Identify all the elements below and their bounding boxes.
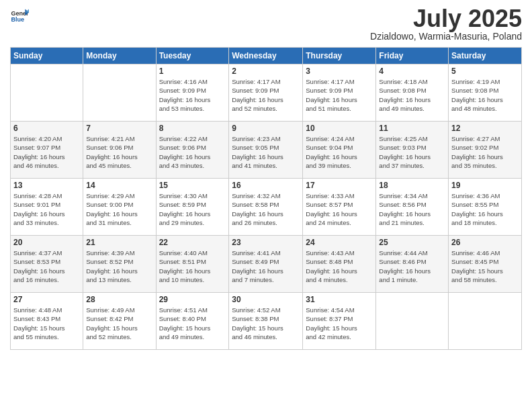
day-number: 5: [451, 66, 519, 76]
day-info: Sunrise: 4:33 AM Sunset: 8:57 PM Dayligh…: [306, 191, 373, 227]
day-number: 25: [379, 238, 445, 247]
calendar-week-row: 6Sunrise: 4:20 AM Sunset: 9:07 PM Daylig…: [11, 122, 522, 179]
day-info: Sunrise: 4:43 AM Sunset: 8:48 PM Dayligh…: [306, 248, 373, 284]
logo: General Blue: [10, 7, 32, 26]
day-info: Sunrise: 4:18 AM Sunset: 9:08 PM Dayligh…: [379, 77, 445, 113]
day-info: Sunrise: 4:17 AM Sunset: 9:09 PM Dayligh…: [306, 77, 373, 113]
calendar-cell: 13Sunrise: 4:28 AM Sunset: 9:01 PM Dayli…: [11, 179, 83, 236]
calendar-header-row: Sunday Monday Tuesday Wednesday Thursday…: [11, 48, 522, 64]
day-info: Sunrise: 4:30 AM Sunset: 8:59 PM Dayligh…: [159, 191, 226, 227]
calendar-cell: 21Sunrise: 4:39 AM Sunset: 8:52 PM Dayli…: [83, 236, 156, 293]
calendar-cell: 30Sunrise: 4:52 AM Sunset: 8:38 PM Dayli…: [229, 293, 303, 350]
col-friday: Friday: [376, 48, 449, 64]
day-number: 13: [13, 181, 80, 190]
day-number: 3: [306, 66, 373, 76]
day-info: Sunrise: 4:16 AM Sunset: 9:09 PM Dayligh…: [159, 77, 226, 113]
col-wednesday: Wednesday: [229, 48, 303, 64]
page: General Blue July 2025 Dzialdowo, Warmia…: [0, 0, 532, 411]
day-number: 6: [13, 124, 80, 133]
col-sunday: Sunday: [11, 48, 83, 64]
day-number: 27: [13, 295, 80, 304]
day-info: Sunrise: 4:20 AM Sunset: 9:07 PM Dayligh…: [13, 134, 80, 170]
calendar-cell: 23Sunrise: 4:41 AM Sunset: 8:49 PM Dayli…: [229, 236, 303, 293]
calendar-week-row: 13Sunrise: 4:28 AM Sunset: 9:01 PM Dayli…: [11, 179, 522, 236]
calendar-cell: 22Sunrise: 4:40 AM Sunset: 8:51 PM Dayli…: [156, 236, 229, 293]
calendar-week-row: 20Sunrise: 4:37 AM Sunset: 8:53 PM Dayli…: [11, 236, 522, 293]
day-info: Sunrise: 4:37 AM Sunset: 8:53 PM Dayligh…: [13, 248, 80, 284]
calendar-cell: 12Sunrise: 4:27 AM Sunset: 9:02 PM Dayli…: [449, 122, 522, 179]
calendar-cell: 31Sunrise: 4:54 AM Sunset: 8:37 PM Dayli…: [303, 293, 376, 350]
calendar-cell: 24Sunrise: 4:43 AM Sunset: 8:48 PM Dayli…: [303, 236, 376, 293]
logo-icon: General Blue: [10, 7, 29, 26]
day-number: 30: [232, 295, 300, 304]
calendar-cell: 28Sunrise: 4:49 AM Sunset: 8:42 PM Dayli…: [83, 293, 156, 350]
day-number: 23: [232, 238, 300, 247]
day-number: 21: [86, 238, 152, 247]
day-info: Sunrise: 4:39 AM Sunset: 8:52 PM Dayligh…: [86, 248, 152, 284]
day-number: 31: [306, 295, 373, 304]
day-info: Sunrise: 4:32 AM Sunset: 8:58 PM Dayligh…: [232, 191, 300, 227]
day-number: 12: [451, 124, 519, 133]
day-number: 4: [379, 66, 445, 76]
day-number: 17: [306, 181, 373, 190]
calendar-cell: 19Sunrise: 4:36 AM Sunset: 8:55 PM Dayli…: [449, 179, 522, 236]
day-info: Sunrise: 4:46 AM Sunset: 8:45 PM Dayligh…: [451, 248, 519, 284]
day-number: 24: [306, 238, 373, 247]
day-info: Sunrise: 4:27 AM Sunset: 9:02 PM Dayligh…: [451, 134, 519, 170]
calendar-cell: 10Sunrise: 4:24 AM Sunset: 9:04 PM Dayli…: [303, 122, 376, 179]
day-number: 15: [159, 181, 226, 190]
day-info: Sunrise: 4:22 AM Sunset: 9:06 PM Dayligh…: [159, 134, 226, 170]
calendar-cell: 7Sunrise: 4:21 AM Sunset: 9:06 PM Daylig…: [83, 122, 156, 179]
day-info: Sunrise: 4:52 AM Sunset: 8:38 PM Dayligh…: [232, 306, 300, 341]
calendar-cell: 25Sunrise: 4:44 AM Sunset: 8:46 PM Dayli…: [376, 236, 449, 293]
calendar-cell: [449, 293, 522, 350]
day-number: 18: [379, 181, 445, 190]
calendar-cell: 14Sunrise: 4:29 AM Sunset: 9:00 PM Dayli…: [83, 179, 156, 236]
day-info: Sunrise: 4:28 AM Sunset: 9:01 PM Dayligh…: [13, 191, 80, 227]
day-info: Sunrise: 4:34 AM Sunset: 8:56 PM Dayligh…: [379, 191, 445, 227]
day-number: 20: [13, 238, 80, 247]
day-info: Sunrise: 4:29 AM Sunset: 9:00 PM Dayligh…: [86, 191, 152, 227]
header: General Blue July 2025 Dzialdowo, Warmia…: [10, 7, 522, 42]
calendar-cell: [376, 293, 449, 350]
calendar-cell: 17Sunrise: 4:33 AM Sunset: 8:57 PM Dayli…: [303, 179, 376, 236]
day-number: 1: [159, 66, 226, 76]
col-tuesday: Tuesday: [156, 48, 229, 64]
day-info: Sunrise: 4:24 AM Sunset: 9:04 PM Dayligh…: [306, 134, 373, 170]
calendar-cell: 4Sunrise: 4:18 AM Sunset: 9:08 PM Daylig…: [376, 64, 449, 122]
day-number: 8: [159, 124, 226, 133]
day-number: 16: [232, 181, 300, 190]
day-info: Sunrise: 4:17 AM Sunset: 9:09 PM Dayligh…: [232, 77, 300, 113]
day-number: 10: [306, 124, 373, 133]
calendar-cell: 5Sunrise: 4:19 AM Sunset: 9:08 PM Daylig…: [449, 64, 522, 122]
col-monday: Monday: [83, 48, 156, 64]
location-subtitle: Dzialdowo, Warmia-Masuria, Poland: [370, 31, 522, 42]
day-info: Sunrise: 4:49 AM Sunset: 8:42 PM Dayligh…: [86, 306, 152, 341]
col-thursday: Thursday: [303, 48, 376, 64]
day-info: Sunrise: 4:44 AM Sunset: 8:46 PM Dayligh…: [379, 248, 445, 284]
calendar-cell: 27Sunrise: 4:48 AM Sunset: 8:43 PM Dayli…: [11, 293, 83, 350]
day-info: Sunrise: 4:36 AM Sunset: 8:55 PM Dayligh…: [451, 191, 519, 227]
day-number: 2: [232, 66, 300, 76]
day-info: Sunrise: 4:23 AM Sunset: 9:05 PM Dayligh…: [232, 134, 300, 170]
day-info: Sunrise: 4:25 AM Sunset: 9:03 PM Dayligh…: [379, 134, 445, 170]
calendar-cell: 6Sunrise: 4:20 AM Sunset: 9:07 PM Daylig…: [11, 122, 83, 179]
calendar-week-row: 27Sunrise: 4:48 AM Sunset: 8:43 PM Dayli…: [11, 293, 522, 350]
day-info: Sunrise: 4:19 AM Sunset: 9:08 PM Dayligh…: [451, 77, 519, 113]
day-number: 22: [159, 238, 226, 247]
calendar-cell: [83, 64, 156, 122]
day-info: Sunrise: 4:41 AM Sunset: 8:49 PM Dayligh…: [232, 248, 300, 284]
day-info: Sunrise: 4:40 AM Sunset: 8:51 PM Dayligh…: [159, 248, 226, 284]
month-title: July 2025: [370, 7, 522, 31]
day-number: 9: [232, 124, 300, 133]
day-info: Sunrise: 4:21 AM Sunset: 9:06 PM Dayligh…: [86, 134, 152, 170]
calendar-cell: 9Sunrise: 4:23 AM Sunset: 9:05 PM Daylig…: [229, 122, 303, 179]
day-info: Sunrise: 4:54 AM Sunset: 8:37 PM Dayligh…: [306, 306, 373, 341]
calendar-cell: [11, 64, 83, 122]
day-number: 7: [86, 124, 152, 133]
col-saturday: Saturday: [449, 48, 522, 64]
calendar-cell: 3Sunrise: 4:17 AM Sunset: 9:09 PM Daylig…: [303, 64, 376, 122]
day-number: 19: [451, 181, 519, 190]
day-number: 26: [451, 238, 519, 247]
day-info: Sunrise: 4:51 AM Sunset: 8:40 PM Dayligh…: [159, 306, 226, 341]
